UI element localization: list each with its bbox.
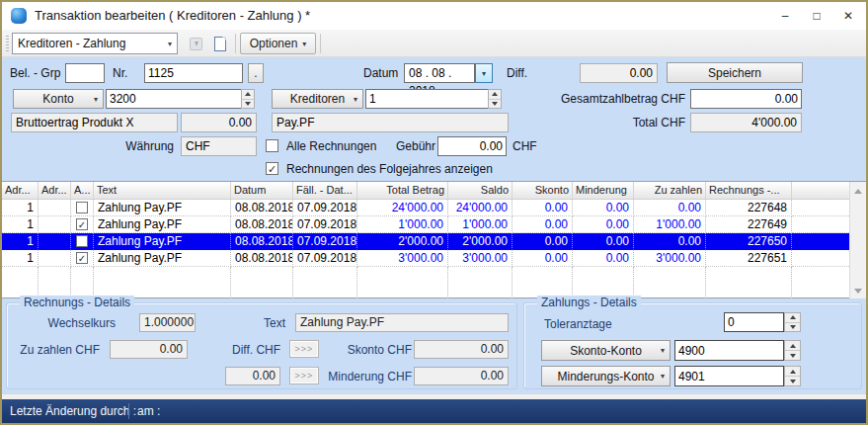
cell-zu_zahlen: 0.00 <box>634 233 706 250</box>
row-checkbox[interactable] <box>76 202 88 213</box>
column-header-text[interactable]: Text <box>94 182 231 200</box>
cell-total: 3'000.00 <box>357 250 448 267</box>
cell-faellig: 07.09.2018 <box>293 250 357 267</box>
cell-datum: 08.08.2018 <box>231 250 293 267</box>
column-header-faellig[interactable]: Fäll. - Dat... <box>293 182 357 200</box>
scroll-down-arrow[interactable] <box>850 283 866 298</box>
cell-faellig: 07.09.2018 <box>293 200 357 216</box>
alle-rechnungen-checkbox[interactable] <box>266 139 278 152</box>
row-checkbox[interactable]: ✓ <box>76 252 88 264</box>
cell-saldo <box>448 267 513 298</box>
zahlungs-details-group: Zahlungs - Details Toleranztage Skonto-K… <box>523 302 862 389</box>
table-row[interactable]: 1✓Zahlung Pay.PF08.08.201807.09.20181'00… <box>2 216 849 233</box>
cell-adr <box>2 267 39 298</box>
cell-total: 24'000.00 <box>357 200 448 216</box>
zahlungs-details-title: Zahlungs - Details <box>537 296 641 309</box>
folgejahr-label: Rechnungen des Folgejahres anzeigen <box>286 159 493 179</box>
table-row[interactable]: 1Zahlung Pay.PF08.08.201807.09.20182'000… <box>2 233 849 250</box>
cell-adr: 1 <box>2 200 39 216</box>
bel-grp-input[interactable] <box>65 63 105 83</box>
gebuehr-input[interactable] <box>437 136 507 156</box>
cell-filler <box>792 216 849 233</box>
minderungs-konto-spinner[interactable] <box>784 366 801 386</box>
cell-zu_zahlen: 3'000.00 <box>634 250 706 267</box>
cell-skonto: 0.00 <box>513 250 573 267</box>
cell-rechnung <box>706 267 792 298</box>
cell-saldo: 24'000.00 <box>448 200 513 216</box>
skonto-konto-spinner[interactable] <box>784 340 801 361</box>
speichern-button[interactable]: Speichern <box>667 62 803 83</box>
konto-saldo-field: 0.00 <box>181 113 257 132</box>
options-button[interactable]: Optionen ▾ <box>240 33 316 54</box>
cell-datum: 08.08.2018 <box>231 233 293 250</box>
datum-dropdown-button[interactable]: ▾ <box>475 63 493 83</box>
cell-filler <box>792 200 849 216</box>
toleranztage-spinner[interactable] <box>784 312 801 332</box>
rechnungs-details-group: Rechnungs - Details Wechselkurs 1.000000… <box>6 302 517 389</box>
nr-input[interactable] <box>144 63 243 83</box>
app-icon <box>11 8 27 24</box>
column-header-skonto[interactable]: Skonto <box>513 182 573 200</box>
row-checkbox[interactable] <box>76 235 88 247</box>
chevron-down-icon: ▾ <box>302 40 306 48</box>
table-row[interactable]: 1✓Zahlung Pay.PF08.08.201807.09.20183'00… <box>2 250 849 267</box>
skonto-konto-input[interactable] <box>674 340 784 361</box>
minderungs-konto-input[interactable] <box>674 366 784 386</box>
minderungs-konto-dropdown-button[interactable]: Minderungs-Konto ▾ <box>541 366 671 386</box>
column-header-saldo[interactable]: Saldo <box>448 182 513 200</box>
chevron-down-icon: ▾ <box>661 346 665 355</box>
column-header-check[interactable]: A... <box>71 182 94 200</box>
scroll-up-arrow[interactable] <box>850 183 866 199</box>
toolbar-grip <box>6 36 9 51</box>
minimize-button[interactable]: – <box>769 2 801 30</box>
konto-spinner[interactable] <box>241 89 255 109</box>
text-field[interactable]: Zahlung Pay.PF <box>295 313 509 332</box>
minderung-transfer-button[interactable]: >>> <box>289 367 319 384</box>
close-button[interactable]: ✕ <box>832 2 864 30</box>
folgejahr-checkbox[interactable]: ✓ <box>266 162 278 175</box>
datum-input[interactable]: 08 . 08 . 2018 <box>404 63 475 83</box>
column-header-adr[interactable]: Adr... <box>2 182 39 200</box>
column-header-rechnung[interactable]: Rechnungs -... <box>706 182 792 200</box>
kreditoren-spinner[interactable] <box>488 89 502 109</box>
column-header-total[interactable]: Total Betrag <box>357 182 448 200</box>
column-header-adr2[interactable]: Adr... <box>39 182 71 200</box>
cell-zu_zahlen: 1'000.00 <box>634 216 706 233</box>
toleranztage-input[interactable] <box>724 312 784 332</box>
post-transaction-button[interactable] <box>185 33 207 54</box>
datum-label: Datum <box>363 63 398 83</box>
kreditoren-input[interactable] <box>365 89 489 109</box>
nr-lookup-button[interactable]: . <box>248 63 264 83</box>
statusbar: Letzte Änderung durch : am : <box>2 399 866 423</box>
skonto-konto-label: Skonto-Konto <box>570 344 642 358</box>
cell-check <box>71 200 94 216</box>
cell-check: ✓ <box>71 216 94 233</box>
cell-minderung: 0.00 <box>573 250 634 267</box>
column-header-zu_zahlen[interactable]: Zu zahlen <box>634 182 706 200</box>
column-header-datum[interactable]: Datum <box>231 182 293 200</box>
table-row[interactable]: 1Zahlung Pay.PF08.08.201807.09.201824'00… <box>2 200 849 216</box>
transaction-type-combobox[interactable]: Kreditoren - Zahlung ▾ <box>12 33 178 54</box>
minderungs-konto-label: Minderungs-Konto <box>557 370 654 383</box>
konto-input[interactable] <box>106 89 242 109</box>
invoice-table: Adr...Adr...A...TextDatumFäll. - Dat...T… <box>2 181 866 298</box>
cell-adr: 1 <box>2 233 39 250</box>
gesamtzahlbetrag-input[interactable] <box>690 89 802 109</box>
konto-dropdown-button[interactable]: Konto ▾ <box>13 89 104 109</box>
app-window: Transaktion bearbeiten ( Kreditoren - Za… <box>0 0 868 425</box>
konto-dropdown-label: Konto <box>42 92 73 106</box>
gebuehr-currency-label: CHF <box>513 136 537 156</box>
maximize-button[interactable]: □ <box>801 2 832 30</box>
cell-total: 2'000.00 <box>357 233 448 250</box>
toolbar: Kreditoren - Zahlung ▾ Optionen ▾ <box>2 30 866 57</box>
kreditoren-dropdown-button[interactable]: Kreditoren ▾ <box>272 89 363 109</box>
diff-transfer-button[interactable]: >>> <box>289 340 319 358</box>
chevron-down-icon: ▾ <box>354 95 357 104</box>
skonto-konto-dropdown-button[interactable]: Skonto-Konto ▾ <box>541 340 671 361</box>
table-vertical-scrollbar[interactable] <box>849 182 866 299</box>
cell-rechnung: 227651 <box>706 250 792 267</box>
new-document-button[interactable] <box>208 33 231 54</box>
column-header-minderung[interactable]: Minderung <box>573 182 634 200</box>
row-checkbox[interactable]: ✓ <box>76 218 88 230</box>
waehrung-label: Währung <box>97 136 174 156</box>
